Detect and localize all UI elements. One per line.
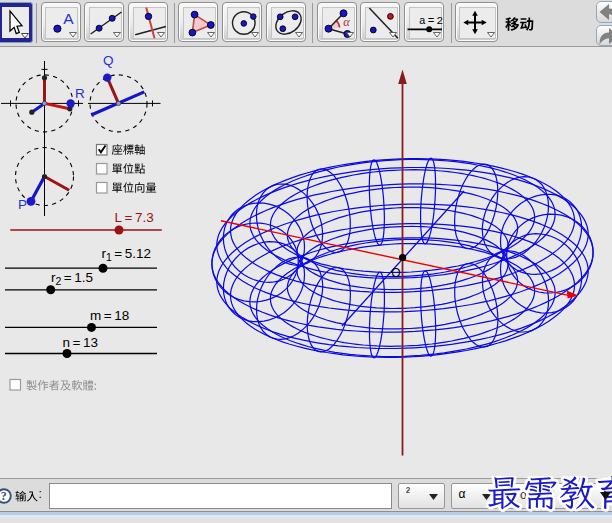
svg-text:L=7.3: L=7.3 [115, 210, 154, 225]
svg-text:R: R [75, 86, 85, 101]
svg-text:n=13: n=13 [63, 335, 98, 350]
svg-text:Q: Q [103, 53, 114, 68]
svg-text:m=18: m=18 [90, 308, 129, 323]
svg-text:α: α [343, 15, 350, 29]
svg-text:?: ? [1, 489, 7, 503]
svg-text:O: O [391, 266, 400, 280]
svg-text:A: A [63, 10, 74, 27]
svg-text:a = 2: a = 2 [419, 15, 443, 27]
svg-text:P: P [18, 197, 27, 212]
svg-text:r1=5.12: r1=5.12 [102, 246, 152, 264]
svg-text:r2=1.5: r2=1.5 [51, 270, 93, 288]
